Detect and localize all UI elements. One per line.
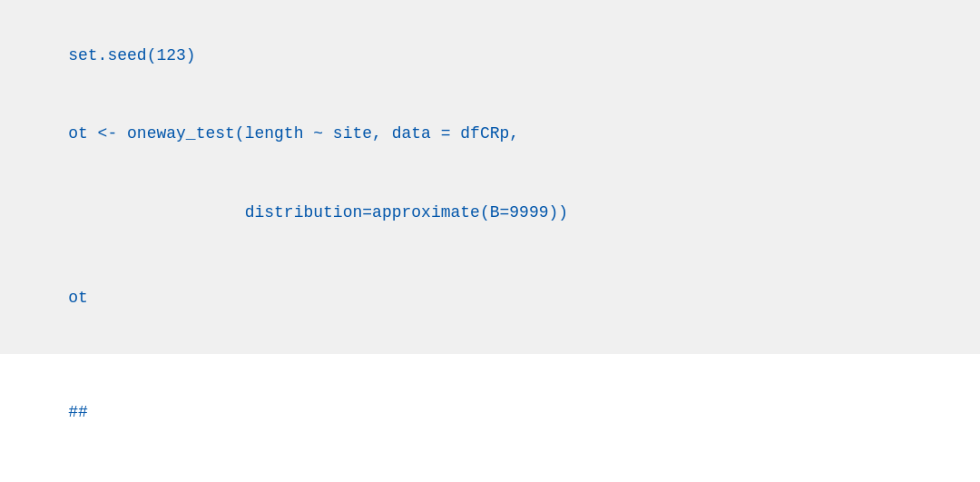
code-text: ot <- oneway_test(length ~ site, data = …: [68, 124, 519, 143]
output-text: ##: [68, 403, 88, 421]
output-block: ## ## Approximative Two-Sample Fisher-Pi…: [0, 354, 980, 482]
code-text: set.seed(123): [68, 46, 195, 64]
code-line-4: ot: [29, 259, 951, 337]
code-text: ot: [68, 289, 88, 307]
output-line-1: ##: [29, 370, 951, 457]
code-line-2: ot <- oneway_test(length ~ site, data = …: [29, 94, 951, 172]
output-line-2: ## Approximative Two-Sample Fisher-Pitma…: [29, 456, 951, 482]
code-line-1: set.seed(123): [29, 16, 951, 94]
code-line-3: distribution=approximate(B=9999)): [29, 173, 951, 251]
code-text: distribution=approximate(B=9999)): [68, 203, 568, 221]
code-block: set.seed(123) ot <- oneway_test(length ~…: [0, 0, 980, 354]
